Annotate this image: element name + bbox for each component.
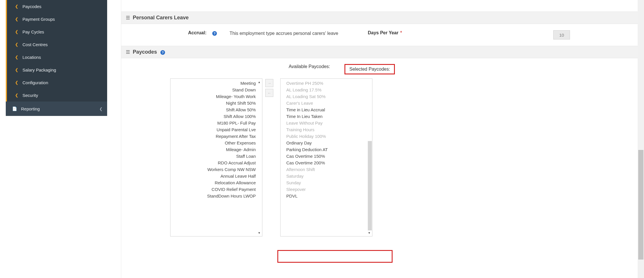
list-item[interactable]: Carer's Leave [283,100,367,106]
section-header-paycodes[interactable]: ☰ Paycodes ? [121,46,638,58]
sidebar-item-paycodes[interactable]: ❮ Paycodes [7,0,107,13]
document-icon: 📄 [12,106,17,111]
list-item[interactable]: Time In Lieu Taken [283,113,367,120]
list-item[interactable]: Mileage- Youth Work [173,93,257,100]
sidebar-item-label: Pay Cycles [22,29,44,34]
sidebar: ❮ Paycodes ❮ Payment Groups ❮ Pay Cycles… [6,0,107,116]
drag-handle-icon: ☰ [126,49,130,55]
list-item[interactable]: RDO Accrual Adjust [173,159,257,166]
list-item[interactable]: Other Expenses [173,140,257,146]
sidebar-item-configuration[interactable]: ❮ Configuration [7,76,107,89]
list-item[interactable]: Cas Overtime 150% [283,153,367,159]
sidebar-item-label: Reporting [21,106,40,111]
chevron-left-icon: ❮ [15,55,18,59]
list-item[interactable]: Shift Allow 50% [173,106,257,113]
list-item[interactable]: Repayment After Tax [173,133,257,140]
list-item[interactable]: Afternoon Shift [283,166,367,173]
drag-handle-icon: ☰ [126,15,130,20]
list-item[interactable]: AL Loading Sat 50% [283,93,367,100]
sidebar-item-cost-centres[interactable]: ❮ Cost Centres [7,38,107,51]
scroll-down-icon[interactable]: ▼ [368,231,371,234]
days-per-year-label: Days Per Year* [368,30,402,35]
list-item[interactable]: Staff Loan [173,153,257,159]
list-item[interactable]: Training Hours [283,126,367,133]
available-paycodes-label: Available Paycodes: [213,64,344,74]
days-per-year-input[interactable] [553,30,570,40]
section-title: Paycodes [133,49,157,55]
list-item[interactable]: Unpaid Parental Lve [173,126,257,133]
list-item[interactable]: Public Holiday 100% [283,133,367,140]
list-item[interactable]: Sleepover [283,186,367,193]
list-item[interactable]: Sunday [283,179,367,186]
list-item[interactable]: Relocation Allowance [173,179,257,186]
list-item[interactable]: AL Loading 17.5% [283,87,367,93]
list-item[interactable]: Meeting [173,80,257,87]
main-panel: ☰ Personal Carers Leave Accrual: ? This … [121,0,638,278]
accrual-row: Accrual: ? This employment type accrues … [121,24,638,46]
move-right-button[interactable]: → [265,79,273,87]
sidebar-item-label: Payment Groups [22,17,55,22]
page-scrollbar[interactable] [638,0,644,278]
chevron-left-icon: ❮ [15,80,18,85]
sidebar-item-label: Locations [22,55,41,60]
selected-paycodes-listbox[interactable]: Overtime PH 250%AL Loading 17.5%AL Loadi… [280,78,372,236]
chevron-left-icon: ❮ [15,67,18,72]
arrow-right-icon: → [268,81,271,85]
sidebar-item-security[interactable]: ❮ Security [7,89,107,102]
arrow-left-icon: ← [268,91,271,95]
sidebar-item-label: Security [22,93,38,98]
chevron-left-icon: ❮ [15,4,18,9]
list-item[interactable]: Mileage- Admin [173,146,257,153]
list-item[interactable]: Parking Deduction AT [283,146,367,153]
list-item[interactable]: Shift Allow 100% [173,113,257,120]
accrual-help[interactable]: ? [212,30,230,36]
list-item[interactable]: Cas Overtime 200% [283,159,367,166]
sidebar-item-label: Configuration [22,80,48,85]
scroll-up-icon[interactable]: ▲ [257,80,261,84]
list-item[interactable]: Saturday [283,173,367,179]
selected-paycodes-highlight: Selected Paycodes: [344,64,395,74]
accrual-label: Accrual: [126,30,212,35]
list-item[interactable]: Workers Comp NW NSW [173,166,257,173]
scrollbar[interactable] [368,141,372,230]
available-paycodes-listbox[interactable]: ▲ MeetingStand DownMileage- Youth WorkNi… [170,78,262,236]
sidebar-item-locations[interactable]: ❮ Locations [7,51,107,63]
selected-paycodes-label: Selected Paycodes: [349,67,390,72]
list-item[interactable]: Overtime PH 250% [283,80,367,87]
section-title: Personal Carers Leave [133,15,189,21]
scrollbar-thumb[interactable] [638,150,643,260]
help-icon: ? [212,31,217,36]
section-header-personal-carers[interactable]: ☰ Personal Carers Leave [121,12,638,24]
list-item[interactable]: Leave Without Pay [283,120,367,126]
chevron-left-icon: ❮ [99,107,103,111]
chevron-left-icon: ❮ [15,29,18,34]
list-item[interactable]: Time in Lieu Accrual [283,106,367,113]
list-item[interactable]: M180 PPL- Full Pay [173,120,257,126]
list-item[interactable]: Stand Down [173,87,257,93]
accrual-description: This employment type accrues personal ca… [230,30,345,37]
list-item[interactable]: Night Shift 50% [173,100,257,106]
list-item[interactable]: Ordinary Day [283,140,367,146]
list-item[interactable]: Annual Leave Half [173,173,257,179]
list-item[interactable]: COVID Relief Payment [173,186,257,193]
chevron-left-icon: ❮ [15,42,18,47]
sidebar-item-payment-groups[interactable]: ❮ Payment Groups [7,13,107,25]
sidebar-item-salary-packaging[interactable]: ❮ Salary Packaging [7,63,107,76]
sidebar-item-label: Paycodes [22,4,41,9]
chevron-left-icon: ❮ [15,93,18,97]
sidebar-item-label: Cost Centres [22,42,48,47]
sidebar-item-pay-cycles[interactable]: ❮ Pay Cycles [7,25,107,38]
list-item[interactable]: StandDown Hours LWOP [173,193,257,199]
sidebar-item-reporting[interactable]: 📄 Reporting ❮ [6,102,107,116]
paycodes-help[interactable]: ? [160,49,165,55]
chevron-left-icon: ❮ [15,17,18,21]
help-icon: ? [160,50,165,55]
scroll-down-icon[interactable]: ▼ [257,231,261,234]
move-left-button[interactable]: ← [265,89,273,97]
sidebar-item-label: Salary Packaging [22,67,56,72]
list-item[interactable]: PDVL [283,193,367,199]
